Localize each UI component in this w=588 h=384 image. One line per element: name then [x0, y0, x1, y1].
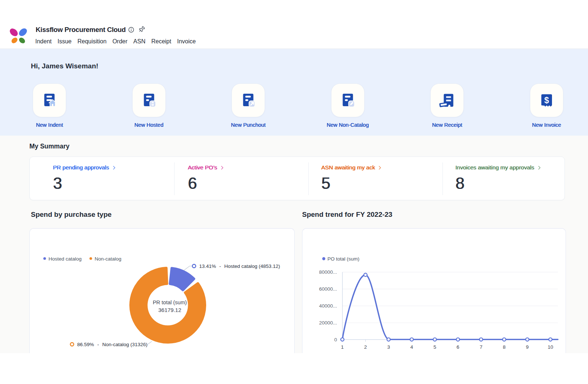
svg-text:2: 2 — [364, 344, 367, 350]
svg-text:7: 7 — [480, 344, 483, 350]
svg-text:40000...: 40000... — [319, 303, 337, 309]
svg-text:13.41% - Hosted catalog (485: 13.41% - Hosted catalog (4853.12) — [199, 263, 280, 269]
svg-text:PR total (sum): PR total (sum) — [153, 299, 187, 305]
svg-text:6: 6 — [456, 344, 459, 350]
svg-text:60000...: 60000... — [319, 286, 337, 292]
svg-text:Hosted catalog: Hosted catalog — [49, 256, 82, 262]
svg-text:9: 9 — [526, 344, 529, 350]
svg-text:5: 5 — [433, 344, 436, 350]
svg-text:3: 3 — [387, 344, 390, 350]
svg-text:$: $ — [544, 96, 549, 105]
svg-text:80000...: 80000... — [319, 269, 337, 275]
svg-text:20000...: 20000... — [319, 320, 337, 326]
svg-text:PO total (sum): PO total (sum) — [327, 256, 359, 262]
svg-text:4: 4 — [410, 344, 413, 350]
svg-text:86.59% - Non-catalog (31326): 86.59% - Non-catalog (31326) — [77, 342, 147, 347]
svg-text:1: 1 — [341, 344, 344, 350]
svg-text:8: 8 — [503, 344, 506, 350]
svg-text:10: 10 — [548, 344, 553, 350]
svg-text:36179.12: 36179.12 — [158, 307, 182, 313]
svg-text:0: 0 — [334, 337, 337, 342]
svg-text:Non-catalog: Non-catalog — [95, 256, 122, 262]
